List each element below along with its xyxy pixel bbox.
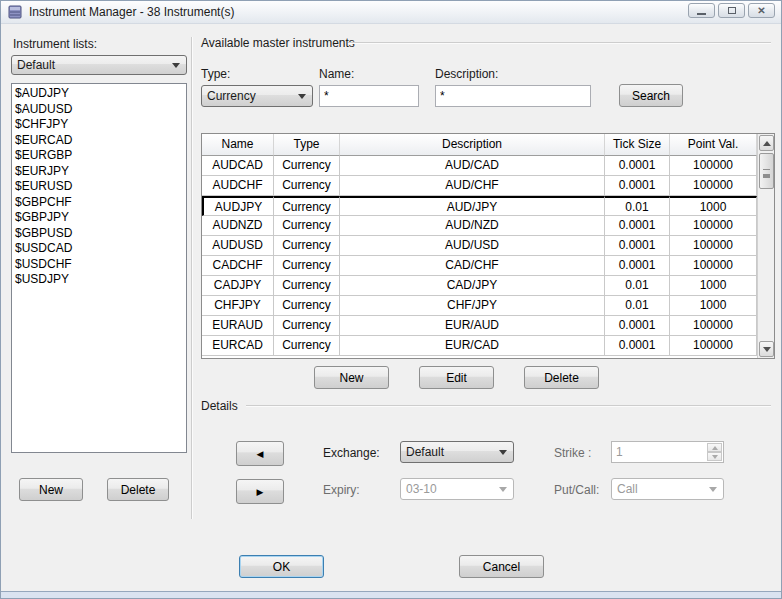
list-item[interactable]: $AUDJPY — [15, 86, 186, 102]
table-cell-description[interactable]: CAD/JPY — [340, 276, 605, 296]
table-cell-point_val[interactable]: 100000 — [670, 316, 757, 336]
close-button[interactable]: ✕ — [748, 3, 775, 18]
exchange-select[interactable]: Default — [400, 441, 514, 463]
table-cell-type[interactable]: Currency — [274, 176, 340, 196]
table-cell-point_val[interactable]: 100000 — [670, 336, 757, 356]
table-cell-type[interactable]: Currency — [274, 336, 340, 356]
table-cell-point_val[interactable]: 1000 — [670, 196, 757, 216]
list-item[interactable]: $USDCAD — [15, 241, 186, 257]
table-row[interactable]: CADJPYCurrencyCAD/JPY0.011000 — [202, 276, 774, 296]
table-cell-description[interactable]: CHF/JPY — [340, 296, 605, 316]
table-header[interactable]: NameTypeDescriptionTick SizePoint Val. — [202, 134, 774, 156]
table-cell-type[interactable]: Currency — [274, 296, 340, 316]
table-cell-name[interactable]: AUDCHF — [202, 176, 274, 196]
list-new-button[interactable]: New — [19, 478, 83, 501]
cancel-button[interactable]: Cancel — [459, 555, 544, 578]
list-item[interactable]: $USDCHF — [15, 257, 186, 273]
list-item[interactable]: $EURCAD — [15, 133, 186, 149]
edit-button[interactable]: Edit — [419, 366, 494, 389]
table-cell-point_val[interactable]: 100000 — [670, 236, 757, 256]
table-cell-tick_size[interactable]: 0.0001 — [605, 316, 670, 336]
table-cell-name[interactable]: CADJPY — [202, 276, 274, 296]
table-cell-tick_size[interactable]: 0.0001 — [605, 176, 670, 196]
list-item[interactable]: $GBPUSD — [15, 226, 186, 242]
table-row[interactable]: AUDCHFCurrencyAUD/CHF0.0001100000 — [202, 176, 774, 196]
table-cell-type[interactable]: Currency — [274, 216, 340, 236]
table-cell-point_val[interactable]: 100000 — [670, 216, 757, 236]
search-button[interactable]: Search — [619, 84, 683, 107]
table-cell-tick_size[interactable]: 0.0001 — [605, 336, 670, 356]
table-row[interactable]: EURAUDCurrencyEUR/AUD0.0001100000 — [202, 316, 774, 336]
table-cell-name[interactable]: AUDUSD — [202, 236, 274, 256]
table-cell-description[interactable]: AUD/CAD — [340, 156, 605, 176]
table-cell-type[interactable]: Currency — [274, 196, 340, 216]
table-cell-name[interactable]: AUDJPY — [202, 196, 274, 216]
table-cell-point_val[interactable]: 100000 — [670, 256, 757, 276]
table-cell-type[interactable]: Currency — [274, 156, 340, 176]
list-item[interactable]: $GBPCHF — [15, 195, 186, 211]
table-cell-type[interactable]: Currency — [274, 236, 340, 256]
table-cell-tick_size[interactable]: 0.0001 — [605, 236, 670, 256]
table-cell-point_val[interactable]: 1000 — [670, 296, 757, 316]
table-row[interactable]: CADCHFCurrencyCAD/CHF0.0001100000 — [202, 256, 774, 276]
scroll-down-button[interactable] — [759, 341, 774, 357]
column-header[interactable]: Name — [202, 134, 274, 156]
list-item[interactable]: $CHFJPY — [15, 117, 186, 133]
instrument-list-selector[interactable]: Default — [11, 55, 187, 75]
table-cell-description[interactable]: AUD/USD — [340, 236, 605, 256]
table-cell-name[interactable]: AUDNZD — [202, 216, 274, 236]
delete-button[interactable]: Delete — [524, 366, 599, 389]
list-item[interactable]: $EURGBP — [15, 148, 186, 164]
table-cell-description[interactable]: AUD/NZD — [340, 216, 605, 236]
list-item[interactable]: $EURUSD — [15, 179, 186, 195]
list-item[interactable]: $GBPJPY — [15, 210, 186, 226]
name-input[interactable] — [319, 85, 419, 107]
table-cell-point_val[interactable]: 100000 — [670, 156, 757, 176]
description-input[interactable] — [435, 85, 591, 107]
table-cell-type[interactable]: Currency — [274, 316, 340, 336]
next-instrument-button[interactable]: ▶ — [236, 479, 284, 504]
list-item[interactable]: $AUDUSD — [15, 102, 186, 118]
list-item[interactable]: $USDJPY — [15, 272, 186, 288]
column-header[interactable]: Description — [340, 134, 605, 156]
column-header[interactable]: Type — [274, 134, 340, 156]
table-row[interactable]: CHFJPYCurrencyCHF/JPY0.011000 — [202, 296, 774, 316]
table-cell-tick_size[interactable]: 0.01 — [605, 196, 670, 216]
table-cell-name[interactable]: EURCAD — [202, 336, 274, 356]
column-header[interactable]: Point Val. — [670, 134, 757, 156]
type-select[interactable]: Currency — [201, 85, 313, 107]
ok-button[interactable]: OK — [239, 555, 324, 578]
list-item[interactable]: $EURJPY — [15, 164, 186, 180]
table-cell-point_val[interactable]: 100000 — [670, 176, 757, 196]
table-row[interactable]: AUDNZDCurrencyAUD/NZD0.0001100000 — [202, 216, 774, 236]
table-cell-tick_size[interactable]: 0.01 — [605, 276, 670, 296]
table-cell-description[interactable]: EUR/AUD — [340, 316, 605, 336]
scrollbar-thumb[interactable] — [759, 153, 774, 189]
list-delete-button[interactable]: Delete — [107, 478, 169, 501]
table-cell-type[interactable]: Currency — [274, 256, 340, 276]
minimize-button[interactable] — [688, 3, 715, 18]
table-cell-tick_size[interactable]: 0.0001 — [605, 156, 670, 176]
table-scrollbar[interactable] — [757, 134, 774, 358]
table-cell-tick_size[interactable]: 0.01 — [605, 296, 670, 316]
table-cell-description[interactable]: AUD/JPY — [340, 196, 605, 216]
maximize-button[interactable] — [718, 3, 745, 18]
table-cell-point_val[interactable]: 1000 — [670, 276, 757, 296]
table-cell-name[interactable]: CHFJPY — [202, 296, 274, 316]
table-cell-tick_size[interactable]: 0.0001 — [605, 256, 670, 276]
prev-instrument-button[interactable]: ◀ — [236, 441, 284, 466]
table-cell-description[interactable]: AUD/CHF — [340, 176, 605, 196]
column-header[interactable]: Tick Size — [605, 134, 670, 156]
table-cell-name[interactable]: AUDCAD — [202, 156, 274, 176]
new-button[interactable]: New — [314, 366, 389, 389]
table-cell-description[interactable]: EUR/CAD — [340, 336, 605, 356]
instrument-listbox[interactable]: $AUDJPY$AUDUSD$CHFJPY$EURCAD$EURGBP$EURJ… — [11, 83, 187, 453]
table-cell-name[interactable]: CADCHF — [202, 256, 274, 276]
table-row[interactable]: AUDUSDCurrencyAUD/USD0.0001100000 — [202, 236, 774, 256]
table-cell-name[interactable]: EURAUD — [202, 316, 274, 336]
table-row[interactable]: EURCADCurrencyEUR/CAD0.0001100000 — [202, 336, 774, 356]
table-cell-type[interactable]: Currency — [274, 276, 340, 296]
table-row[interactable]: AUDCADCurrencyAUD/CAD0.0001100000 — [202, 156, 774, 176]
table-cell-tick_size[interactable]: 0.0001 — [605, 216, 670, 236]
table-cell-description[interactable]: CAD/CHF — [340, 256, 605, 276]
